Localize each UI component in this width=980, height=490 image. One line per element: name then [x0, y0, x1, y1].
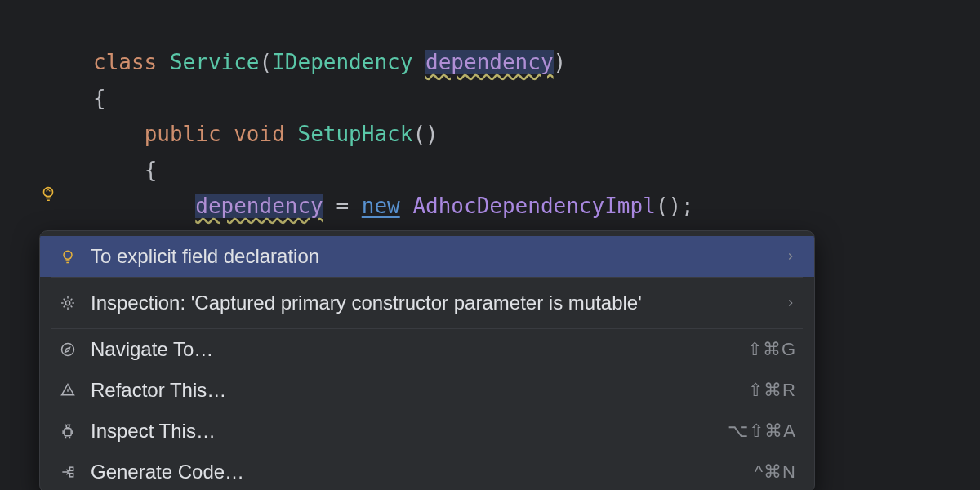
- type-service: Service: [170, 50, 260, 74]
- param-dependency[interactable]: dependency: [425, 50, 554, 74]
- keyword-class: class: [93, 50, 157, 74]
- identifier-dependency[interactable]: dependency: [195, 194, 323, 218]
- chevron-right-icon: [785, 251, 796, 262]
- menu-item-inspection[interactable]: Inspection: 'Captured primary constructo…: [40, 278, 814, 328]
- keyword-public: public: [145, 122, 221, 146]
- intention-actions-popup[interactable]: To explicit field declaration Inspection…: [39, 230, 815, 490]
- svg-point-2: [65, 301, 69, 305]
- lightbulb-icon[interactable]: [39, 185, 57, 203]
- chevron-right-icon: [785, 297, 796, 309]
- menu-item-label: To explicit field declaration: [91, 245, 772, 268]
- svg-rect-6: [70, 467, 74, 470]
- svg-rect-7: [70, 474, 74, 477]
- keyword-new: new: [362, 194, 400, 218]
- menu-item-label: Refactor This…: [91, 379, 735, 402]
- menu-item-refactor-this[interactable]: Refactor This… ⇧⌘R: [40, 370, 814, 411]
- menu-item-to-explicit-field[interactable]: To explicit field declaration: [40, 236, 814, 277]
- code-block: class Service(IDependency dependency) { …: [78, 0, 980, 260]
- android-icon: [58, 423, 78, 439]
- svg-point-1: [64, 251, 72, 259]
- menu-item-shortcut: ^⌘N: [755, 461, 796, 483]
- svg-rect-4: [65, 429, 71, 436]
- menu-item-label: Inspect This…: [91, 420, 715, 443]
- menu-item-generate-code[interactable]: Generate Code… ^⌘N: [40, 452, 814, 490]
- generate-icon: [58, 464, 78, 480]
- gear-icon: [58, 295, 78, 311]
- menu-item-shortcut: ⌥⇧⌘A: [728, 421, 796, 442]
- menu-item-navigate-to[interactable]: Navigate To… ⇧⌘G: [40, 329, 814, 370]
- menu-item-shortcut: ⇧⌘G: [747, 339, 796, 360]
- svg-point-5: [66, 425, 69, 428]
- compass-icon: [58, 341, 78, 358]
- type-idependency: IDependency: [272, 50, 412, 74]
- menu-item-label: Generate Code…: [91, 461, 742, 483]
- menu-item-inspect-this[interactable]: Inspect This… ⌥⇧⌘A: [40, 411, 814, 452]
- bulb-icon: [58, 248, 78, 265]
- keyword-void: void: [234, 122, 285, 146]
- svg-point-0: [44, 188, 53, 197]
- type-adhocdependencyimpl: AdhocDependencyImpl: [412, 194, 655, 218]
- menu-item-shortcut: ⇧⌘R: [748, 380, 796, 401]
- menu-item-label: Inspection: 'Captured primary constructo…: [91, 292, 772, 314]
- svg-point-3: [62, 344, 74, 356]
- menu-item-label: Navigate To…: [91, 338, 734, 361]
- method-setuphack: SetupHack: [297, 122, 412, 146]
- warning-icon: [58, 382, 78, 399]
